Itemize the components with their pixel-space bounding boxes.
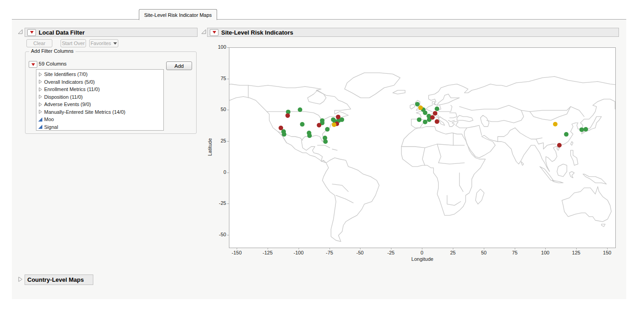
map-outline-path xyxy=(438,163,464,164)
app-window: Site-Level Risk Indicator Maps Local Dat… xyxy=(0,0,644,310)
site-marker-green-sites[interactable] xyxy=(583,127,588,132)
x-axis-title: Longitude xyxy=(395,256,450,262)
site-marker-amber-sites[interactable] xyxy=(553,122,558,127)
map-outline-path xyxy=(540,167,553,180)
world-map-plot[interactable] xyxy=(229,47,616,248)
map-outline-path xyxy=(336,195,353,203)
filter-list-item-label: Adverse Events (9/0) xyxy=(44,102,91,107)
map-outline-path xyxy=(267,112,336,119)
map-outline-path xyxy=(557,164,567,177)
site-marker-red-sites[interactable] xyxy=(336,115,340,119)
red-triangle-menu-icon[interactable] xyxy=(210,29,218,36)
site-marker-green-sites[interactable] xyxy=(423,120,427,124)
map-outline-path xyxy=(552,180,563,183)
site-level-risk-indicators-title: Site-Level Risk Indicators xyxy=(221,29,293,36)
filter-list-item-label: Enrollment Metrics (11/0) xyxy=(44,86,100,92)
filter-list-item[interactable]: Adverse Events (9/0) xyxy=(36,101,163,108)
tab-label: Site-Level Risk Indicator Maps xyxy=(144,12,212,18)
map-outline-path xyxy=(345,73,400,98)
site-marker-green-sites[interactable] xyxy=(325,127,330,132)
map-outline-path xyxy=(411,76,615,172)
filter-list-item[interactable]: Disposition (11/0) xyxy=(36,93,163,101)
add-filter-columns-legend: Add Filter Columns xyxy=(29,48,76,54)
continuous-column-icon xyxy=(38,117,43,122)
y-axis-title: Latitude xyxy=(207,131,213,163)
map-outline-path xyxy=(410,104,415,109)
site-marker-red-sites[interactable] xyxy=(285,113,290,118)
map-outline-path xyxy=(481,115,489,127)
favorites-dropdown-button[interactable]: Favorites xyxy=(89,39,118,47)
site-marker-amber-sites[interactable] xyxy=(418,106,423,110)
columns-summary: 59 Columns xyxy=(39,61,66,66)
site-marker-green-sites[interactable] xyxy=(564,132,568,137)
country-level-maps-header[interactable]: Country-Level Maps xyxy=(25,274,93,285)
map-outline-path xyxy=(447,195,461,205)
map-outline-path xyxy=(422,148,425,166)
filter-list-item[interactable]: Site Identifiers (7/0) xyxy=(36,71,163,78)
site-marker-red-sites[interactable] xyxy=(433,111,437,116)
chevron-down-icon xyxy=(113,42,117,45)
site-marker-green-sites[interactable] xyxy=(282,132,286,137)
site-marker-green-sites[interactable] xyxy=(323,139,328,144)
local-data-filter-header: Local Data Filter xyxy=(25,28,198,37)
site-marker-green-sites[interactable] xyxy=(340,117,344,122)
expand-right-triangle-icon[interactable] xyxy=(38,102,43,107)
clear-button[interactable]: Clear xyxy=(26,39,52,47)
site-marker-red-sites[interactable] xyxy=(317,123,321,127)
site-marker-red-sites[interactable] xyxy=(279,126,283,130)
expand-right-triangle-icon[interactable] xyxy=(38,72,43,77)
filter-list-item[interactable]: Overall Indicators (5/0) xyxy=(36,78,163,86)
map-outline-path xyxy=(332,184,348,192)
columns-red-triangle-menu-icon[interactable] xyxy=(29,61,37,68)
expand-right-triangle-icon[interactable] xyxy=(38,109,43,114)
site-marker-green-sites[interactable] xyxy=(579,127,584,132)
filter-list-item-label: Disposition (11/0) xyxy=(44,94,83,100)
disclosure-collapsed-icon[interactable] xyxy=(17,276,23,282)
tab-site-level-risk-indicator-maps[interactable]: Site-Level Risk Indicator Maps xyxy=(139,9,217,20)
site-level-risk-indicators-header: Site-Level Risk Indicators xyxy=(207,28,619,37)
site-marker-green-sites[interactable] xyxy=(300,122,304,127)
expand-right-triangle-icon[interactable] xyxy=(38,79,43,84)
filter-list-item[interactable]: Signal xyxy=(36,123,163,131)
map-outline-path xyxy=(571,142,573,145)
site-marker-red-sites[interactable] xyxy=(435,119,439,124)
filter-list-item[interactable]: Moo xyxy=(36,116,163,123)
local-data-filter-title: Local Data Filter xyxy=(39,29,85,36)
add-button[interactable]: Add xyxy=(166,61,192,70)
site-marker-green-sites[interactable] xyxy=(307,133,312,138)
site-marker-amber-sites[interactable] xyxy=(332,122,336,127)
map-outline-path xyxy=(583,174,607,184)
site-marker-green-sites[interactable] xyxy=(423,111,427,115)
red-triangle-menu-icon[interactable] xyxy=(27,29,36,36)
map-outline-path xyxy=(318,145,330,148)
map-outline-path xyxy=(322,158,379,242)
map-outline-path xyxy=(308,90,326,104)
filter-list-item-label: Overall Indicators (5/0) xyxy=(44,79,95,85)
map-outline-path xyxy=(401,127,486,215)
map-outline-path xyxy=(521,162,523,165)
filter-list-item-label: Signal xyxy=(44,124,58,130)
map-outline-path xyxy=(457,115,473,122)
filter-list-item[interactable]: Manually-Entered Site Metrics (14/0) xyxy=(36,108,163,116)
site-marker-green-sites[interactable] xyxy=(415,102,420,107)
map-outline-path xyxy=(530,107,571,120)
map-outline-path xyxy=(437,105,452,112)
map-outline-path xyxy=(448,120,455,122)
map-outline-path xyxy=(460,105,584,117)
filter-list-item[interactable]: Enrollment Metrics (11/0) xyxy=(36,86,163,93)
map-outline-path xyxy=(557,148,560,151)
filter-list-item-label: Moo xyxy=(44,117,54,122)
start-over-button[interactable]: Start Over xyxy=(61,39,86,47)
expand-right-triangle-icon[interactable] xyxy=(38,87,43,92)
disclosure-expanded-icon[interactable] xyxy=(201,28,207,34)
disclosure-expanded-icon[interactable] xyxy=(17,28,23,34)
map-outline-path xyxy=(476,189,484,204)
expand-right-triangle-icon[interactable] xyxy=(38,94,43,99)
site-marker-red-sites[interactable] xyxy=(430,115,435,120)
site-marker-green-sites[interactable] xyxy=(435,107,439,111)
filter-columns-listbox[interactable]: Site Identifiers (7/0)Overall Indicators… xyxy=(36,69,164,131)
map-outline-path xyxy=(536,139,556,149)
site-marker-green-sites[interactable] xyxy=(298,107,302,112)
site-marker-red-sites[interactable] xyxy=(557,143,562,147)
site-marker-green-sites[interactable] xyxy=(417,117,421,122)
